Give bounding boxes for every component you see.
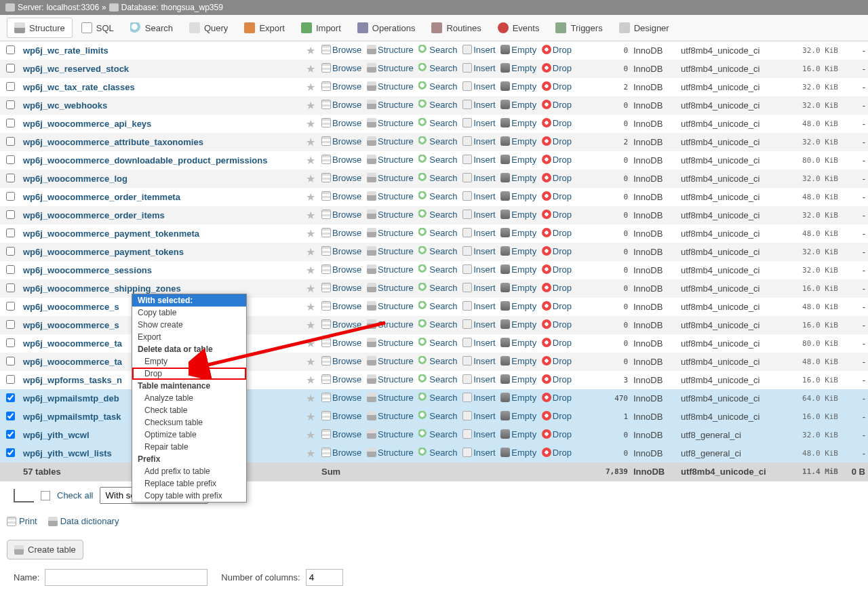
favorite-star-icon[interactable]: ★: [306, 393, 315, 404]
favorite-star-icon[interactable]: ★: [306, 356, 315, 368]
structure-action[interactable]: Structure: [367, 118, 414, 128]
drop-action[interactable]: Drop: [542, 374, 572, 384]
empty-action[interactable]: Empty: [500, 338, 536, 348]
search-action[interactable]: Search: [418, 45, 457, 55]
structure-action[interactable]: Structure: [367, 448, 414, 458]
search-action[interactable]: Search: [418, 429, 457, 439]
drop-action[interactable]: Drop: [542, 393, 572, 403]
table-name-link[interactable]: wp6j_woocommerce_api_keys: [23, 119, 151, 129]
empty-action[interactable]: Empty: [500, 393, 536, 403]
table-name-link[interactable]: wp6j_woocommerce_ta: [23, 338, 122, 349]
table-name-link[interactable]: wp6j_wpmailsmtp_deb: [23, 393, 119, 403]
table-name-link[interactable]: wp6j_wc_rate_limits: [23, 45, 108, 56]
insert-action[interactable]: Insert: [462, 118, 496, 128]
empty-action[interactable]: Empty: [500, 173, 536, 183]
browse-action[interactable]: Browse: [321, 173, 361, 183]
browse-action[interactable]: Browse: [321, 118, 361, 128]
favorite-star-icon[interactable]: ★: [306, 63, 315, 75]
favorite-star-icon[interactable]: ★: [306, 228, 315, 239]
drop-action[interactable]: Drop: [542, 118, 572, 128]
favorite-star-icon[interactable]: ★: [306, 429, 315, 441]
insert-action[interactable]: Insert: [462, 191, 496, 201]
favorite-star-icon[interactable]: ★: [306, 448, 315, 459]
empty-action[interactable]: Empty: [500, 81, 536, 92]
drop-action[interactable]: Drop: [542, 301, 572, 311]
empty-action[interactable]: Empty: [500, 155, 536, 165]
drop-action[interactable]: Drop: [542, 356, 572, 366]
table-name-link[interactable]: wp6j_woocommerce_payment_tokens: [23, 247, 184, 257]
row-checkbox[interactable]: [6, 210, 15, 219]
insert-action[interactable]: Insert: [462, 155, 496, 165]
table-name-link[interactable]: wp6j_wc_tax_rate_classes: [23, 82, 135, 92]
browse-action[interactable]: Browse: [321, 264, 361, 275]
drop-action[interactable]: Drop: [542, 155, 572, 165]
tab-events[interactable]: Events: [490, 18, 547, 38]
empty-action[interactable]: Empty: [500, 228, 536, 238]
empty-action[interactable]: Empty: [500, 411, 536, 421]
structure-action[interactable]: Structure: [367, 63, 414, 73]
empty-action[interactable]: Empty: [500, 136, 536, 146]
drop-action[interactable]: Drop: [542, 191, 572, 201]
browse-action[interactable]: Browse: [321, 45, 361, 55]
empty-action[interactable]: Empty: [500, 283, 536, 293]
favorite-star-icon[interactable]: ★: [306, 411, 315, 422]
search-action[interactable]: Search: [418, 136, 457, 146]
ctx-export[interactable]: Export: [132, 331, 246, 343]
browse-action[interactable]: Browse: [321, 319, 361, 330]
row-checkbox[interactable]: [6, 338, 15, 347]
browse-action[interactable]: Browse: [321, 411, 361, 421]
structure-action[interactable]: Structure: [367, 411, 414, 421]
empty-action[interactable]: Empty: [500, 374, 536, 384]
structure-action[interactable]: Structure: [367, 210, 414, 220]
structure-action[interactable]: Structure: [367, 100, 414, 110]
browse-action[interactable]: Browse: [321, 81, 361, 92]
empty-action[interactable]: Empty: [500, 210, 536, 220]
row-checkbox[interactable]: [6, 448, 15, 457]
row-checkbox[interactable]: [6, 247, 15, 256]
search-action[interactable]: Search: [418, 81, 457, 92]
drop-action[interactable]: Drop: [542, 264, 572, 275]
table-name-link[interactable]: wp6j_woocommerce_s: [23, 320, 119, 330]
drop-action[interactable]: Drop: [542, 100, 572, 110]
insert-action[interactable]: Insert: [462, 429, 496, 439]
empty-action[interactable]: Empty: [500, 319, 536, 330]
row-checkbox[interactable]: [6, 320, 15, 329]
search-action[interactable]: Search: [418, 411, 457, 421]
favorite-star-icon[interactable]: ★: [306, 210, 315, 221]
insert-action[interactable]: Insert: [462, 301, 496, 311]
empty-action[interactable]: Empty: [500, 356, 536, 366]
table-name-link[interactable]: wp6j_wc_reserved_stock: [23, 64, 129, 74]
search-action[interactable]: Search: [418, 393, 457, 403]
ctx-checksum[interactable]: Checksum table: [132, 416, 246, 429]
structure-action[interactable]: Structure: [367, 393, 414, 403]
table-name-link[interactable]: wp6j_woocommerce_payment_tokenmeta: [23, 229, 199, 239]
insert-action[interactable]: Insert: [462, 228, 496, 238]
drop-action[interactable]: Drop: [542, 45, 572, 55]
insert-action[interactable]: Insert: [462, 210, 496, 220]
table-name-input[interactable]: [45, 569, 208, 586]
browse-action[interactable]: Browse: [321, 191, 361, 201]
table-name-link[interactable]: wp6j_woocommerce_shipping_zones: [23, 283, 181, 294]
favorite-star-icon[interactable]: ★: [306, 45, 315, 56]
print-link[interactable]: Print: [7, 516, 37, 526]
row-checkbox[interactable]: [6, 137, 15, 146]
insert-action[interactable]: Insert: [462, 448, 496, 458]
search-action[interactable]: Search: [418, 319, 457, 330]
table-name-link[interactable]: wp6j_yith_wcwl: [23, 430, 90, 440]
insert-action[interactable]: Insert: [462, 246, 496, 256]
empty-action[interactable]: Empty: [500, 448, 536, 458]
structure-action[interactable]: Structure: [367, 374, 414, 384]
structure-action[interactable]: Structure: [367, 45, 414, 55]
row-checkbox[interactable]: [6, 119, 15, 127]
drop-action[interactable]: Drop: [542, 338, 572, 348]
ctx-drop[interactable]: Drop: [132, 368, 246, 380]
drop-action[interactable]: Drop: [542, 429, 572, 439]
structure-action[interactable]: Structure: [367, 246, 414, 256]
table-name-link[interactable]: wp6j_yith_wcwl_lists: [23, 448, 112, 458]
search-action[interactable]: Search: [418, 264, 457, 275]
favorite-star-icon[interactable]: ★: [306, 173, 315, 184]
structure-action[interactable]: Structure: [367, 155, 414, 165]
empty-action[interactable]: Empty: [500, 191, 536, 201]
check-all-checkbox[interactable]: [41, 491, 50, 500]
row-checkbox[interactable]: [6, 302, 15, 311]
